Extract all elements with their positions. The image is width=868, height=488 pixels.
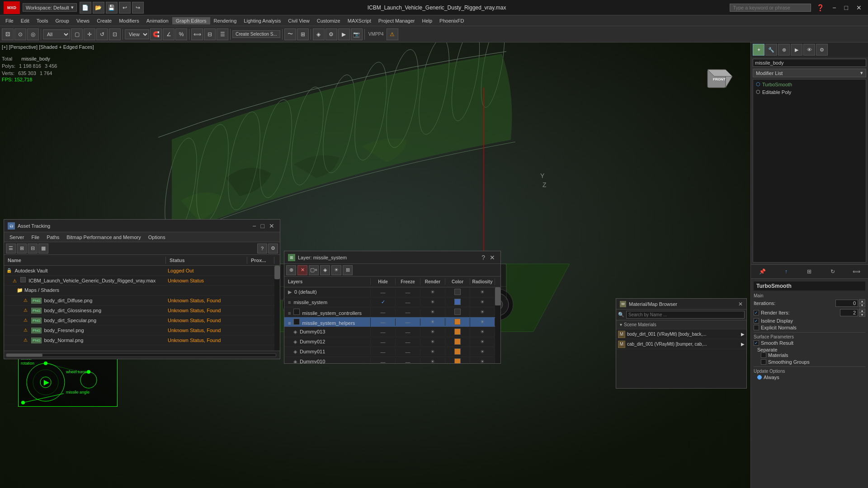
color-swatch-ms[interactable] <box>454 299 461 305</box>
lm-row-ms-controllers[interactable]: ≡ missile_system_controllers — — ☀ ☀ <box>284 307 495 317</box>
tb-render[interactable]: ▶ <box>338 28 350 40</box>
lm-row-dummy012[interactable]: ◈ Dummy012 — — ☀ ☀ <box>284 337 495 347</box>
object-name-input[interactable] <box>753 59 866 67</box>
lm-cell-msh-render[interactable]: ☀ <box>420 318 445 326</box>
lm-cell-d011-hide[interactable]: — <box>371 348 396 356</box>
menu-customize[interactable]: Customize <box>313 17 344 24</box>
nav-mirror-btn[interactable]: ⟺ <box>851 267 861 277</box>
lm-cell-msc-hide[interactable]: — <box>371 309 396 316</box>
at-row-normal[interactable]: ⚠ PNG body_Normal.png Unknown Status, Fo… <box>4 335 274 345</box>
lm-row-dummy013[interactable]: ◈ Dummy013 — — ☀ ☀ <box>284 327 495 337</box>
lm-cell-d013-freeze[interactable]: — <box>396 328 420 336</box>
tb-select-obj[interactable]: ▢ <box>71 28 83 40</box>
lm-close-btn[interactable]: ✕ <box>488 254 497 261</box>
ts-materials-checkbox[interactable] <box>761 352 766 358</box>
menu-views[interactable]: Views <box>73 17 93 24</box>
quick-access-open[interactable]: 📂 <box>93 2 104 14</box>
at-row-glossiness[interactable]: ⚠ PNG body_dirt_Glossiness.png Unknown S… <box>4 305 274 315</box>
menu-create[interactable]: Create <box>93 17 115 24</box>
at-tool-4[interactable]: ▦ <box>38 244 48 253</box>
lm-cell-d010-render[interactable]: ☀ <box>420 358 445 363</box>
tb-scale[interactable]: ⊡ <box>109 28 121 40</box>
at-hscrollbar-thumb[interactable] <box>6 354 42 357</box>
quick-access-new[interactable]: 📄 <box>80 2 91 14</box>
tb-rotate[interactable]: ↺ <box>96 28 108 40</box>
lm-cell-msc-render[interactable]: ☀ <box>420 308 445 316</box>
ts-render-iters-up[interactable]: ▲ <box>859 309 865 313</box>
menu-animation[interactable]: Animation <box>143 17 172 24</box>
at-close-btn[interactable]: ✕ <box>267 222 276 230</box>
help-btn[interactable]: ❓ <box>814 3 827 12</box>
lm-cell-msh-radiosity[interactable]: ☀ <box>470 318 495 326</box>
create-panel-btn[interactable]: ✦ <box>753 44 764 56</box>
lm-cell-d013-color[interactable] <box>445 328 470 337</box>
modifier-editable-poly[interactable]: ⬡ Editable Poly <box>754 88 865 96</box>
nav-pin-btn[interactable]: 📌 <box>758 267 768 277</box>
at-tool-3[interactable]: ⊟ <box>28 244 38 253</box>
menu-graph-editors[interactable]: Graph Editors <box>172 17 210 24</box>
menu-project[interactable]: Project Manager <box>375 17 419 24</box>
color-swatch-d011[interactable] <box>454 348 461 355</box>
mb-search-input[interactable] <box>626 311 745 319</box>
ts-smoothing-groups-checkbox[interactable] <box>761 359 766 365</box>
close-btn[interactable]: ✕ <box>854 3 864 12</box>
at-tool-1[interactable]: ☰ <box>6 244 16 253</box>
tb-select-all[interactable]: ⚄ <box>2 28 14 40</box>
lm-cell-d010-freeze[interactable]: — <box>396 358 420 364</box>
lm-cell-d010-radiosity[interactable]: ☀ <box>470 358 495 363</box>
color-swatch-d013[interactable] <box>454 328 461 335</box>
quick-access-undo[interactable]: ↩ <box>119 2 131 14</box>
mb-item-body-dirt[interactable]: M body_dirt_001 (VRayMtl) [body_back,...… <box>616 329 746 339</box>
tb-percent-snap[interactable]: % <box>175 28 187 40</box>
at-minimize-btn[interactable]: − <box>250 222 258 230</box>
msh-checkbox[interactable] <box>293 319 300 325</box>
menu-modifiers[interactable]: Modifiers <box>115 17 143 24</box>
lm-row-missile-system[interactable]: ≡ missile_system ✓ — ☀ ☀ <box>284 297 495 307</box>
tb-render-setup[interactable]: ⚙ <box>326 28 337 40</box>
at-tool-2[interactable]: ⊞ <box>17 244 27 253</box>
menu-edit[interactable]: Edit <box>17 17 33 24</box>
at-list[interactable]: 🔒 Autodesk Vault Logged Out ⚠ ICBM_Launc… <box>4 266 274 351</box>
color-swatch-msh[interactable] <box>454 319 461 325</box>
menu-phoenixfd[interactable]: PhoenixFD <box>436 17 467 24</box>
tb-layer-mgr[interactable]: ☰ <box>217 28 228 40</box>
ts-iterations-input[interactable] <box>835 300 858 307</box>
tb-render-frame[interactable]: 📷 <box>351 28 363 40</box>
lm-cell-d010-color[interactable] <box>445 357 470 364</box>
lm-cell-ms-radiosity[interactable]: ☀ <box>470 298 495 306</box>
lm-cell-msh-hide[interactable]: — <box>371 319 396 326</box>
search-input[interactable] <box>730 4 811 12</box>
at-restore-btn[interactable]: □ <box>259 222 266 230</box>
menu-file[interactable]: File <box>2 17 17 24</box>
at-row-maps[interactable]: 📁 Maps / Shaders <box>4 286 274 296</box>
display-panel-btn[interactable]: 👁 <box>803 44 815 56</box>
color-swatch-d012[interactable] <box>454 338 461 345</box>
at-hscrollbar[interactable] <box>6 353 276 357</box>
ts-iterations-down[interactable]: ▼ <box>859 303 865 307</box>
at-row-icbm[interactable]: ⚠ ICBM_Launch_Vehicle_Generic_Dusty_Rigg… <box>4 276 274 286</box>
lm-cell-d012-radiosity[interactable]: ☀ <box>470 338 495 346</box>
modifier-list-btn[interactable]: Modifier List ▾ <box>753 69 866 77</box>
view-select[interactable]: View <box>125 29 149 39</box>
lm-select-objects-btn[interactable]: ◈ <box>320 265 330 275</box>
ts-isoline-checkbox[interactable] <box>754 318 759 324</box>
ts-render-iters-input[interactable] <box>840 309 858 316</box>
tb-mirror[interactable]: ⟺ <box>191 28 203 40</box>
lm-add-select-btn[interactable]: ▢+ <box>309 265 319 275</box>
quick-access-save[interactable]: 💾 <box>106 2 118 14</box>
mb-section-scene-materials[interactable]: ▾ Scene Materials <box>616 320 746 329</box>
lm-cell-msc-radiosity[interactable]: ☀ <box>470 308 495 316</box>
lm-cell-d011-render[interactable]: ☀ <box>420 348 445 356</box>
lm-cell-default-freeze[interactable]: — <box>396 289 420 296</box>
lm-cell-default-hide[interactable]: — <box>371 289 396 296</box>
lm-cell-msc-freeze[interactable]: — <box>396 309 420 316</box>
at-menu-file[interactable]: File <box>28 234 43 241</box>
at-menu-options[interactable]: Options <box>145 234 169 241</box>
lm-cell-ms-freeze[interactable]: — <box>396 299 420 306</box>
motion-panel-btn[interactable]: ▶ <box>791 44 802 56</box>
view-cube[interactable]: FRONT <box>703 65 732 94</box>
lm-cell-default-radiosity[interactable]: ☀ <box>470 288 495 296</box>
lm-list[interactable]: ▶ 0 (default) — — ☀ ☀ <box>284 287 495 363</box>
ts-always-radio[interactable] <box>757 375 762 380</box>
lm-cell-d012-freeze[interactable]: — <box>396 338 420 346</box>
